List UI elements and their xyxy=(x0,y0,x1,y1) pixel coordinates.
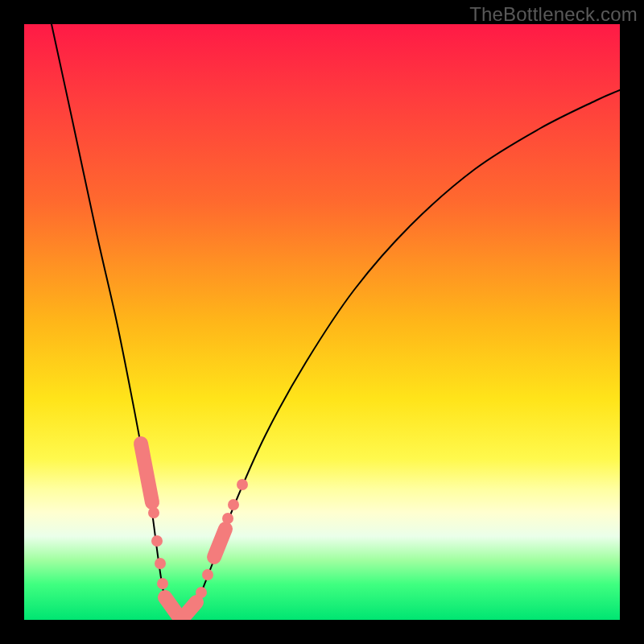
bottleneck-curve xyxy=(52,24,620,620)
marker-dot xyxy=(155,558,166,569)
marker-dot xyxy=(237,479,248,490)
marker-dot xyxy=(222,513,233,524)
marker-dot xyxy=(151,535,163,547)
marker-dot xyxy=(157,578,168,589)
marker-dot xyxy=(202,569,213,580)
marker-pill xyxy=(141,444,152,502)
marker-pill xyxy=(181,602,196,620)
plot-area xyxy=(24,24,620,620)
highlight-markers xyxy=(141,444,248,620)
marker-dot xyxy=(148,507,159,518)
marker-pill xyxy=(214,529,225,557)
watermark-text: TheBottleneck.com xyxy=(469,3,638,26)
bottleneck-curve-svg xyxy=(24,24,620,620)
marker-dot xyxy=(196,587,207,598)
marker-dot xyxy=(228,499,239,510)
chart-frame: TheBottleneck.com xyxy=(0,0,644,644)
